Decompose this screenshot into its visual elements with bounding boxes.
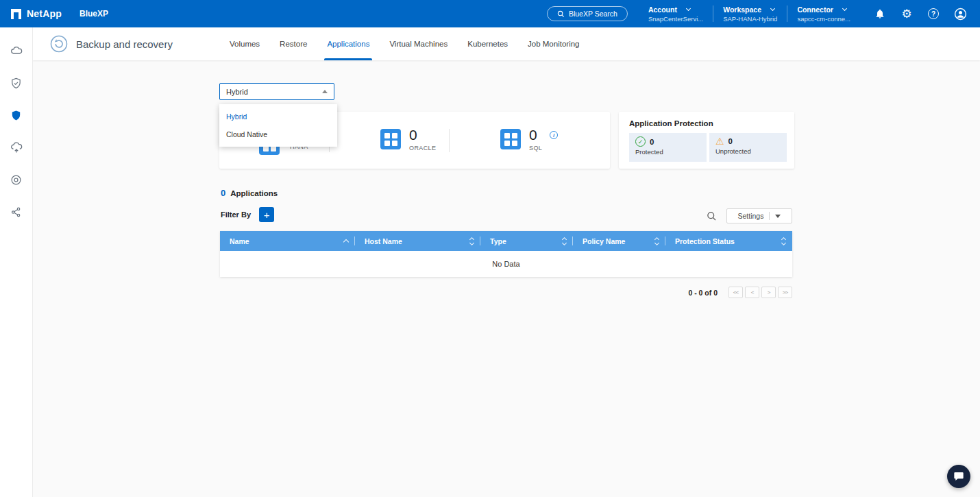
protection-card-title: Application Protection xyxy=(619,112,794,128)
search-icon xyxy=(557,10,565,18)
column-header-name[interactable]: Name xyxy=(220,231,355,251)
connector-dropdown[interactable]: Connector sapcc-cm-conne... xyxy=(787,0,860,27)
protected-label: Protected xyxy=(635,148,700,156)
account-avatar-icon xyxy=(954,8,967,21)
account-value: SnapCenterServi... xyxy=(648,15,703,23)
column-label: Protection Status xyxy=(675,237,735,245)
oracle-count: 0 xyxy=(409,128,436,143)
tab-job-monitoring[interactable]: Job Monitoring xyxy=(528,27,579,60)
chevron-down-icon xyxy=(842,5,847,10)
netapp-logo-icon xyxy=(11,9,21,19)
sql-count: 0 xyxy=(529,128,542,143)
user-menu-button[interactable] xyxy=(953,6,968,21)
help-button[interactable]: ? xyxy=(926,6,941,21)
notifications-button[interactable] xyxy=(872,6,887,21)
settings-label: Settings xyxy=(738,212,764,220)
table-header-row: Name Host Name Type Policy Name Protecti xyxy=(220,231,792,251)
applications-heading: 0 Applications xyxy=(221,188,278,198)
mobility-cloud-icon[interactable] xyxy=(7,138,26,157)
sort-icon[interactable] xyxy=(655,238,659,245)
application-protection-card: Application Protection ✓ 0 Protected ⚠ 0… xyxy=(619,112,794,169)
chevron-up-icon xyxy=(322,90,328,93)
netapp-logo[interactable]: NetApp xyxy=(11,8,62,19)
column-header-policy-name[interactable]: Policy Name xyxy=(573,231,665,251)
product-name: BlueXP xyxy=(79,9,108,19)
add-filter-button[interactable]: + xyxy=(259,207,274,222)
governance-nodes-icon[interactable] xyxy=(7,202,26,221)
pagination-summary: 0 - 0 of 0 xyxy=(688,289,718,297)
column-label: Type xyxy=(490,237,506,245)
account-dropdown[interactable]: Account SnapCenterServi... xyxy=(639,0,713,27)
column-header-host-name[interactable]: Host Name xyxy=(355,231,480,251)
oracle-apps-icon xyxy=(380,129,401,149)
warning-triangle-icon: ⚠ xyxy=(715,136,724,146)
oracle-label: ORACLE xyxy=(409,145,436,151)
prev-page-button[interactable]: < xyxy=(745,287,759,298)
sort-icon[interactable] xyxy=(782,238,785,245)
brand-name: NetApp xyxy=(27,8,62,19)
main-content: HANA 0 ORACLE 0 SQL i Application Protec… xyxy=(33,60,980,497)
chat-bubble-icon xyxy=(953,471,964,482)
sort-icon[interactable] xyxy=(563,238,566,245)
environment-select-value: Hybrid xyxy=(226,88,248,96)
chat-widget-button[interactable] xyxy=(947,465,970,488)
workspace-label: Workspace xyxy=(723,5,761,14)
option-cloud-native[interactable]: Cloud Native xyxy=(219,125,337,143)
table-settings-button[interactable]: Settings xyxy=(726,208,792,223)
no-data-text: No Data xyxy=(492,260,519,268)
tab-volumes[interactable]: Volumes xyxy=(230,27,260,60)
protected-stat-box: ✓ 0 Protected xyxy=(629,133,707,162)
pagination: 0 - 0 of 0 << < > >> xyxy=(220,287,792,298)
topbar: NetApp BlueXP BlueXP Search Account Snap… xyxy=(0,0,980,27)
workspace-value: SAP-HANA-Hybrid xyxy=(723,15,777,23)
filter-by-label: Filter By xyxy=(221,210,251,219)
storage-icon[interactable] xyxy=(7,41,26,60)
tab-restore[interactable]: Restore xyxy=(280,27,307,60)
service-tabs: Volumes Restore Applications Virtual Mac… xyxy=(230,27,579,60)
environment-select-menu: Hybrid Cloud Native xyxy=(219,104,337,147)
chevron-down-icon xyxy=(770,5,775,10)
column-label: Name xyxy=(230,237,249,245)
next-page-button[interactable]: > xyxy=(761,287,776,298)
caret-down-icon xyxy=(775,215,781,218)
gear-icon: ⚙ xyxy=(901,8,911,20)
option-hybrid[interactable]: Hybrid xyxy=(219,108,337,125)
column-label: Policy Name xyxy=(583,237,625,245)
protected-count: 0 xyxy=(650,138,654,146)
column-header-protection-status[interactable]: Protection Status xyxy=(665,231,792,251)
extensions-icon[interactable] xyxy=(7,170,26,189)
chevron-down-icon xyxy=(686,5,691,10)
connector-label: Connector xyxy=(797,5,833,14)
first-page-button[interactable]: << xyxy=(728,287,743,298)
connector-value: sapcc-cm-conne... xyxy=(797,15,850,23)
left-nav-sidebar xyxy=(0,27,33,497)
sort-asc-icon[interactable] xyxy=(343,239,349,245)
table-empty-row: No Data xyxy=(220,251,792,277)
workspace-dropdown[interactable]: Workspace SAP-HANA-Hybrid xyxy=(713,0,787,27)
tab-virtual-machines[interactable]: Virtual Machines xyxy=(389,27,448,60)
unprotected-stat-box: ⚠ 0 Unprotected xyxy=(709,133,787,162)
search-icon[interactable] xyxy=(707,211,717,221)
column-header-type[interactable]: Type xyxy=(480,231,573,251)
last-page-button[interactable]: >> xyxy=(778,287,792,298)
settings-button-topbar[interactable]: ⚙ xyxy=(899,6,914,21)
environment-select[interactable]: Hybrid xyxy=(219,83,334,100)
page-title: Backup and recovery xyxy=(76,38,173,50)
bell-icon xyxy=(874,8,885,19)
applications-count: 0 xyxy=(221,188,225,198)
health-shield-icon[interactable] xyxy=(7,73,26,93)
check-circle-icon: ✓ xyxy=(635,136,646,147)
applications-table: Name Host Name Type Policy Name Protecti xyxy=(220,231,792,277)
bluexp-search-button[interactable]: BlueXP Search xyxy=(547,6,628,21)
tab-kubernetes[interactable]: Kubernetes xyxy=(467,27,508,60)
backup-recovery-icon xyxy=(50,35,68,53)
search-label: BlueXP Search xyxy=(569,10,617,18)
unprotected-label: Unprotected xyxy=(715,147,781,155)
sql-apps-icon xyxy=(500,129,521,149)
service-header: Backup and recovery Volumes Restore Appl… xyxy=(33,27,980,60)
info-icon[interactable]: i xyxy=(550,131,558,139)
sort-icon[interactable] xyxy=(470,238,474,245)
account-label: Account xyxy=(648,5,677,14)
protection-shield-icon[interactable] xyxy=(7,106,26,125)
tab-applications[interactable]: Applications xyxy=(327,27,369,60)
